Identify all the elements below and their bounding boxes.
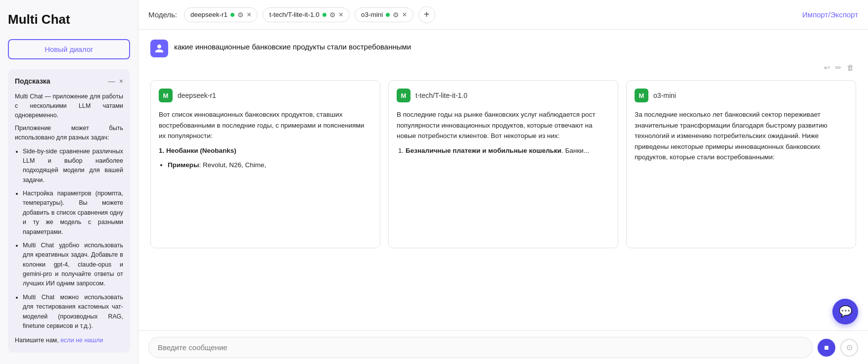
tooltip-list-item: Настройка параметров (промпта, температу…	[23, 189, 123, 237]
chat-area: какие инновационные банковские продукты …	[138, 30, 868, 330]
tooltip-controls: — ×	[108, 76, 123, 87]
tooltip-title: Подсказка	[15, 76, 50, 87]
model-settings-icon-2[interactable]: ⚙	[393, 11, 399, 19]
model-remove-icon-1[interactable]: ×	[339, 10, 343, 19]
ai-avatar-2: M	[635, 89, 648, 102]
new-dialog-button[interactable]: Новый диалог	[8, 39, 130, 59]
user-avatar	[150, 40, 168, 57]
ai-model-name-0: deepseek-r1	[178, 91, 216, 99]
stop-button[interactable]: ■	[818, 339, 835, 357]
loader-icon: ⊙	[846, 343, 853, 352]
floating-chat-button[interactable]: 💬	[832, 299, 858, 324]
ai-card-1: M t-tech/T-lite-it-1.0 В последние годы …	[388, 80, 618, 248]
model-name-1: t-tech/T-lite-it-1.0	[269, 11, 319, 18]
ai-card-header-0: M deepseek-r1	[159, 89, 372, 102]
model-bar: Модель: deepseek-r1 ⚙ × t-tech/T-lite-it…	[138, 0, 868, 30]
ai-avatar-1: M	[397, 89, 411, 102]
loader-button[interactable]: ⊙	[840, 339, 858, 357]
ai-card-header-2: M o3-mini	[635, 89, 848, 102]
ai-card-header-1: M t-tech/T-lite-it-1.0	[397, 89, 610, 102]
model-chip-1: t-tech/T-lite-it-1.0 ⚙ ×	[263, 7, 350, 22]
tooltip-footer: Напишите нам, если не нашли	[15, 336, 123, 345]
tooltip-list-item: Multi Chat можно использовать для тестир…	[23, 293, 123, 331]
model-status-dot-1	[322, 13, 326, 17]
model-name-0: deepseek-r1	[190, 11, 228, 18]
ai-card-0: M deepseek-r1 Вот список инновационных б…	[150, 80, 380, 248]
stop-icon: ■	[824, 343, 829, 352]
ai-card-2: M o3-mini За последние несколько лет бан…	[626, 80, 856, 248]
import-export-link[interactable]: Импорт/Экспорт	[802, 10, 858, 19]
model-settings-icon-1[interactable]: ⚙	[329, 11, 336, 19]
model-remove-icon-2[interactable]: ×	[402, 10, 407, 19]
ai-responses-grid: M deepseek-r1 Вот список инновационных б…	[150, 80, 856, 248]
tooltip-footer-link[interactable]: если не нашли	[60, 337, 103, 344]
model-name-2: o3-mini	[361, 11, 383, 18]
model-chip-0: deepseek-r1 ⚙ ×	[184, 7, 258, 22]
ai-model-name-1: t-tech/T-lite-it-1.0	[415, 91, 467, 99]
tooltip-close-btn[interactable]: ×	[119, 76, 123, 87]
sidebar: Multi Chat Новый диалог Подсказка — × Mu…	[0, 0, 138, 364]
ai-card-body-2: За последние несколько лет банковский се…	[635, 109, 848, 163]
tooltip-box: Подсказка — × Multi Chat — приложение дл…	[8, 69, 130, 353]
ai-card-body-1: В последние годы на рынке банковских усл…	[397, 109, 610, 156]
user-message-row: какие инновационные банковские продукты …	[150, 40, 856, 57]
tooltip-list: Side-by-side сравнение различных LLM и в…	[15, 147, 123, 331]
app-title: Multi Chat	[8, 8, 130, 31]
message-actions: ↩ ✏ 🗑	[150, 63, 856, 72]
message-input[interactable]	[148, 337, 813, 358]
model-chip-2: o3-mini ⚙ ×	[355, 7, 413, 22]
model-remove-icon-0[interactable]: ×	[247, 10, 251, 19]
model-status-dot-0	[230, 13, 234, 17]
tooltip-minimize-btn[interactable]: —	[108, 76, 115, 87]
edit-icon[interactable]: ✏	[835, 63, 842, 72]
add-model-button[interactable]: +	[418, 6, 435, 23]
floating-chat-icon: 💬	[839, 305, 852, 318]
main-panel: Модель: deepseek-r1 ⚙ × t-tech/T-lite-it…	[138, 0, 868, 364]
tooltip-list-item: Side-by-side сравнение различных LLM и в…	[23, 147, 123, 185]
model-label: Модель:	[148, 10, 177, 19]
tooltip-footer-text: Напишите нам,	[15, 337, 59, 344]
tooltip-list-item: Multi Chat удобно использовать для креат…	[23, 241, 123, 289]
tooltip-intro: Multi Chat — приложение для работы с нес…	[15, 92, 123, 143]
ai-avatar-0: M	[159, 89, 173, 102]
reply-icon[interactable]: ↩	[824, 63, 830, 72]
ai-model-name-2: o3-mini	[653, 91, 676, 99]
user-message-text: какие инновационные банковские продукты …	[174, 40, 411, 51]
tooltip-header: Подсказка — ×	[15, 76, 123, 87]
model-settings-icon-0[interactable]: ⚙	[237, 11, 244, 19]
input-area: ■ ⊙	[138, 330, 868, 364]
ai-card-body-0: Вот список инновационных банковских прод…	[159, 109, 372, 171]
delete-icon[interactable]: 🗑	[847, 63, 854, 72]
model-status-dot-2	[386, 13, 390, 17]
